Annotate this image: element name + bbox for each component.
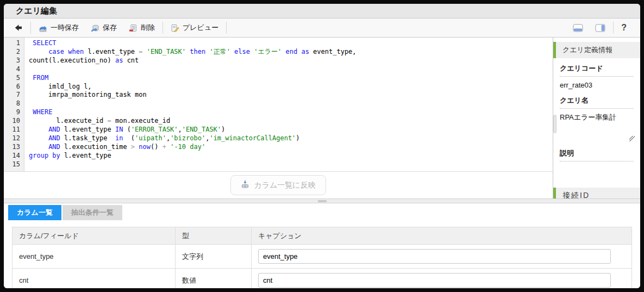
code-token: WHERE	[33, 108, 52, 116]
code-token: imld_log l,	[29, 83, 92, 90]
section-title: 接続ID	[556, 188, 593, 198]
toolbar-separator	[613, 22, 614, 34]
code-lines[interactable]: SELECT case when l.event_type = 'END_TAS…	[24, 38, 553, 171]
line-number: 9	[4, 108, 20, 117]
toggle-bottom-panel-button[interactable]	[567, 18, 589, 37]
panel-resize-handle[interactable]	[553, 115, 557, 133]
line-number: 4	[4, 65, 20, 74]
bottom-tabs: カラム一覧 抽出条件一覧	[4, 203, 640, 220]
query-edit-window: クエリ編集 一時保存 保存 削除	[4, 4, 640, 288]
query-definition-section-header: クエリ定義情報	[553, 42, 640, 58]
code-token: =	[108, 117, 111, 125]
line-number: 3	[4, 57, 20, 65]
caption-input[interactable]	[258, 273, 611, 288]
columns-table-wrap: カラム/フィールド 型 キャプション event_type文字列cnt数値	[4, 220, 640, 288]
code-token	[29, 134, 48, 142]
tab-column-list[interactable]: カラム一覧	[8, 205, 61, 220]
line-number: 5	[4, 74, 20, 83]
code-token: 'uipath'	[135, 134, 166, 142]
code-token: '-10 day'	[170, 143, 205, 151]
code-token: l.task_type	[60, 134, 115, 142]
code-token: else	[234, 48, 250, 55]
columns-table-body: event_type文字列cnt数値	[12, 245, 632, 289]
line-number: 12	[4, 134, 20, 143]
header-type: 型	[176, 227, 252, 245]
code-token: l.execute_id	[29, 117, 108, 125]
query-code-value[interactable]: err_rate03	[560, 77, 634, 90]
code-line: imrpa_monitoring_task mon	[29, 91, 553, 100]
code-token: mon.execute_id	[111, 117, 170, 125]
header-field: カラム/フィールド	[12, 227, 176, 245]
table-row: cnt数値	[12, 269, 632, 289]
line-number: 10	[4, 117, 20, 126]
header-caption: キャプション	[252, 227, 632, 245]
section-title: クエリ定義情報	[556, 42, 616, 58]
code-line: AND l.event_type IN ('ERROR_TASK','END_T…	[29, 126, 553, 134]
bottom-panel: カラム一覧 抽出条件一覧 カラム/フィールド 型 キャプション event_ty…	[4, 203, 640, 288]
table-row: event_type文字列	[12, 245, 632, 269]
save-button[interactable]: 保存	[85, 18, 123, 37]
line-number: 8	[4, 100, 20, 108]
toolbar: 一時保存 保存 削除 プレビュー	[4, 18, 640, 38]
code-line: imld_log l,	[29, 83, 553, 91]
help-button[interactable]: ?	[615, 18, 633, 37]
back-icon	[14, 24, 23, 32]
code-token: AND	[48, 126, 60, 133]
code-token: SELECT	[33, 39, 56, 47]
code-token: when	[68, 48, 84, 55]
code-token: as	[301, 48, 309, 55]
query-name-value: RPAエラー率集計	[560, 113, 616, 121]
code-token: ,	[178, 126, 182, 133]
back-button[interactable]	[8, 18, 29, 37]
code-token: 'END_TASK'	[182, 126, 221, 133]
preview-button[interactable]: プレビュー	[165, 18, 224, 37]
code-line	[29, 65, 553, 74]
code-token: =	[139, 48, 142, 55]
caption-input[interactable]	[258, 249, 611, 264]
horizontal-splitter[interactable]	[4, 198, 640, 203]
code-line: FROM	[29, 74, 553, 83]
temp-save-icon	[39, 24, 47, 32]
code-line: case when l.event_type = 'END_TASK' then…	[29, 48, 553, 57]
columns-table-header-row: カラム/フィールド 型 キャプション	[12, 227, 632, 245]
query-name-textarea[interactable]: RPAエラー率集計	[560, 109, 634, 143]
editor-column: 123456789101112131415 SELECT case when l…	[4, 38, 553, 198]
code-token: l.event_type	[60, 152, 111, 159]
caption-cell	[252, 245, 632, 269]
temp-save-button[interactable]: 一時保存	[33, 18, 85, 37]
code-token: (	[123, 134, 135, 142]
toolbar-separator	[162, 22, 163, 34]
delete-label: 削除	[141, 23, 155, 33]
field-cell: event_type	[12, 245, 176, 269]
code-token: end	[286, 48, 298, 55]
save-icon	[91, 24, 99, 32]
code-token: in	[115, 134, 123, 142]
delete-icon	[129, 24, 137, 32]
preview-label: プレビュー	[183, 23, 218, 33]
line-number: 11	[4, 126, 20, 134]
sql-editor[interactable]: 123456789101112131415 SELECT case when l…	[4, 38, 553, 171]
tab-extract-conditions[interactable]: 抽出条件一覧	[62, 205, 122, 220]
code-token: AND	[48, 134, 60, 142]
reflect-columns-label: カラム一覧に反映	[254, 181, 315, 190]
code-token: l.event_type	[60, 126, 115, 133]
field-cell: cnt	[12, 269, 176, 289]
code-token: '正常'	[209, 48, 230, 55]
code-token: 'エラー'	[254, 48, 282, 55]
query-info-panel: クエリ定義情報 クエリコード err_rate03 クエリ名 RPAエラー率集計…	[553, 38, 640, 198]
code-token: IN	[115, 126, 123, 133]
toggle-right-panel-button[interactable]	[589, 18, 611, 37]
code-line	[29, 160, 553, 169]
help-icon: ?	[621, 23, 627, 33]
page-title: クエリ編集	[16, 6, 57, 16]
code-line: WHERE	[29, 108, 553, 117]
main-area: 123456789101112131415 SELECT case when l…	[4, 38, 640, 198]
code-line: AND l.execution_time > now() + '-10 day'	[29, 143, 553, 152]
delete-button[interactable]: 削除	[123, 18, 161, 37]
description-label: 説明	[560, 143, 634, 161]
resize-grip-icon[interactable]	[629, 136, 635, 141]
query-code-label: クエリコード	[560, 58, 634, 77]
reflect-columns-button[interactable]: カラム一覧に反映	[230, 175, 326, 195]
title-bar: クエリ編集	[4, 4, 640, 18]
code-token: as	[115, 57, 123, 64]
